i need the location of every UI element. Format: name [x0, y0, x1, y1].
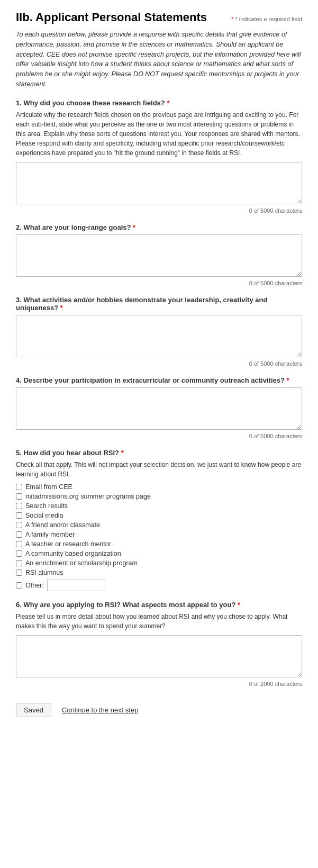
- checkbox-other[interactable]: [16, 582, 22, 589]
- checkbox-search-results[interactable]: [16, 503, 22, 509]
- question-5-desc: Check all that apply. This will not impa…: [16, 460, 302, 479]
- intro-text: To each question below, please provide a…: [16, 30, 302, 89]
- other-text-input[interactable]: [47, 580, 105, 591]
- checkbox-social-media[interactable]: [16, 512, 22, 519]
- question-6-label: 6. Why are you applying to RSI? What asp…: [16, 601, 302, 609]
- question-1-desc: Articulate why the research fields chose…: [16, 110, 302, 158]
- question-2-block: 2. What are your long-range goals? * 0 o…: [16, 223, 302, 286]
- question-6-char-count: 0 of 2000 characters: [16, 681, 302, 687]
- list-item: Email from CEE: [16, 483, 302, 491]
- question-1-char-count: 0 of 5000 characters: [16, 207, 302, 214]
- checkbox-enrichment[interactable]: [16, 560, 22, 566]
- list-item: An enrichment or scholarship program: [16, 559, 302, 567]
- list-item: Search results: [16, 502, 302, 510]
- other-row: Other:: [16, 580, 302, 591]
- list-item: A community based organization: [16, 550, 302, 557]
- question-4-textarea[interactable]: [16, 387, 302, 430]
- list-item: A family member: [16, 531, 302, 538]
- form-footer: Saved Continue to the next step: [16, 698, 302, 717]
- saved-button[interactable]: Saved: [16, 703, 51, 717]
- checkbox-rsi-alumnus[interactable]: [16, 569, 22, 576]
- page-title: IIb. Applicant Personal Statements: [16, 11, 207, 24]
- question-1-textarea[interactable]: [16, 162, 302, 204]
- question-6-block: 6. Why are you applying to RSI? What asp…: [16, 601, 302, 687]
- checkbox-email-cee[interactable]: [16, 484, 22, 490]
- list-item: Social media: [16, 512, 302, 519]
- checkbox-friend-classmate[interactable]: [16, 522, 22, 528]
- list-item: A teacher or research mentor: [16, 540, 302, 548]
- checkbox-teacher-mentor[interactable]: [16, 541, 22, 547]
- checkbox-community-org[interactable]: [16, 550, 22, 557]
- question-5-block: 5. How did you hear about RSI? * Check a…: [16, 449, 302, 591]
- question-2-char-count: 0 of 5000 characters: [16, 280, 302, 286]
- question-2-label: 2. What are your long-range goals? *: [16, 223, 302, 231]
- question-3-textarea[interactable]: [16, 315, 302, 357]
- question-6-textarea[interactable]: [16, 635, 302, 677]
- question-3-block: 3. What activities and/or hobbies demons…: [16, 296, 302, 367]
- question-3-char-count: 0 of 5000 characters: [16, 360, 302, 367]
- checkbox-family-member[interactable]: [16, 531, 22, 538]
- question-4-label: 4. Describe your participation in extrac…: [16, 376, 302, 384]
- question-4-block: 4. Describe your participation in extrac…: [16, 376, 302, 439]
- page-header: IIb. Applicant Personal Statements * * i…: [16, 11, 302, 24]
- question-3-label: 3. What activities and/or hobbies demons…: [16, 296, 302, 312]
- question-1-block: 1. Why did you choose these research fie…: [16, 99, 302, 214]
- other-label: Other:: [25, 582, 44, 589]
- question-5-checkboxes: Email from CEE mitadmissions.org summer …: [16, 483, 302, 591]
- asterisk-icon: *: [231, 16, 233, 22]
- checkbox-mitadmissions[interactable]: [16, 493, 22, 500]
- list-item: mitadmissions.org summer programs page: [16, 493, 302, 500]
- list-item: RSI alumnus: [16, 569, 302, 576]
- continue-link[interactable]: Continue to the next step: [62, 706, 139, 714]
- list-item: A friend and/or classmate: [16, 521, 302, 529]
- required-note: * * indicates a required field: [231, 16, 302, 22]
- question-1-label: 1. Why did you choose these research fie…: [16, 99, 302, 107]
- question-6-desc: Please tell us in more detail about how …: [16, 612, 302, 631]
- question-4-char-count: 0 of 5000 characters: [16, 433, 302, 439]
- question-2-textarea[interactable]: [16, 234, 302, 277]
- question-5-label: 5. How did you hear about RSI? *: [16, 449, 302, 457]
